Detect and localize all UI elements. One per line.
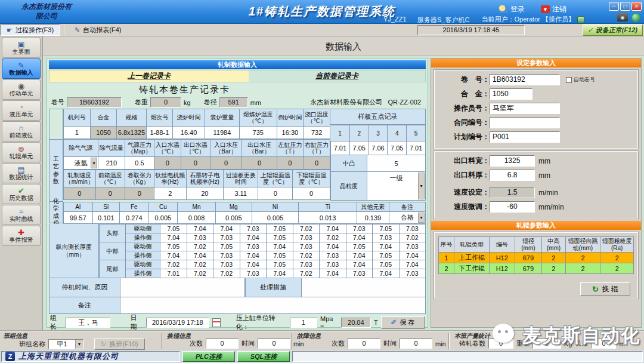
degas-value-cell[interactable]: 210 [98, 157, 125, 170]
thickness-value-cell[interactable]: 7.05 [267, 233, 293, 242]
coil-weight-field[interactable]: 0 [150, 97, 181, 107]
tab-auto-report[interactable]: ✎ 自动报表(F4) [69, 24, 127, 36]
thickness-value-cell[interactable]: 7.04 [240, 251, 267, 260]
thickness-value-cell[interactable]: 7.05 [160, 242, 187, 251]
set-field-input[interactable]: P001 [490, 131, 560, 143]
chem-value-cell[interactable]: 0.139 [357, 212, 389, 224]
thickness-value-cell[interactable]: 7.04 [373, 242, 400, 251]
dropdown-arrow-icon[interactable]: ▾ [418, 173, 425, 199]
device-status-button[interactable]: ✓ 设备正常(F12) [583, 24, 643, 36]
dropdown-arrow-icon[interactable]: ▾ [75, 340, 83, 349]
thickness-value-cell[interactable]: 7.05 [267, 224, 293, 233]
thickness-value-cell[interactable]: 7.05 [267, 260, 293, 269]
degas-value-cell[interactable]: 0 [210, 157, 242, 170]
speed-value-cell[interactable]: 3.11 [224, 187, 258, 200]
coil-no-field[interactable]: 1B603192 [67, 97, 122, 107]
speed-value-cell[interactable]: 20 [186, 187, 224, 200]
thickness-value-cell[interactable]: 7.05 [346, 242, 373, 251]
exit-field-input[interactable]: 1325 [490, 155, 535, 167]
thickness-value-cell[interactable]: 7.02 [160, 260, 187, 269]
globe-icon[interactable] [631, 13, 640, 22]
coil-dia-field[interactable]: 591 [219, 97, 248, 107]
melt-value-cell[interactable]: 16:30 [277, 127, 304, 139]
degas-value-cell[interactable]: 0 [277, 157, 304, 170]
melt-value-cell[interactable]: 735 [239, 127, 277, 139]
save-button[interactable]: ✐ 保 存 [381, 316, 425, 329]
leader-field[interactable]: 王，马 [66, 318, 110, 328]
logout-button[interactable]: ▼ 注销 [541, 4, 566, 14]
thickness-value-cell[interactable]: 7.05 [373, 251, 400, 260]
degas-value-cell[interactable]: 0 [242, 157, 277, 170]
thickness-value-cell[interactable]: 7.04 [399, 260, 426, 269]
chem-value-cell[interactable]: 0.013 [299, 212, 357, 224]
melt-value-cell[interactable]: 11984 [205, 127, 239, 139]
dropdown-arrow-icon[interactable]: ▾ [91, 158, 97, 168]
date-field[interactable]: 2016/03/19 17:18 [146, 318, 209, 328]
thickness-value-cell[interactable]: 7.03 [346, 224, 373, 233]
sidebar-item-realtime-curve[interactable]: ≈实时曲线 [2, 205, 41, 225]
thickness-value-cell[interactable]: 7.03 [213, 233, 240, 242]
sidebar-item-drive-unit[interactable]: ◉传动单元 [2, 79, 41, 100]
thickness-value-cell[interactable]: 7.04 [320, 269, 346, 278]
thickness-value-cell[interactable]: 7.04 [187, 224, 213, 233]
tab-process-operation[interactable]: ☛ 过程操作(F3) [0, 24, 60, 36]
chem-value-cell[interactable]: 合格▾ [389, 212, 426, 224]
thickness-value-cell[interactable]: 7.03 [373, 233, 400, 242]
thickness-value-cell[interactable]: 7.04 [346, 251, 373, 260]
thickness-value-cell[interactable]: 7.03 [213, 251, 240, 260]
thickness-value-cell[interactable]: 7.05 [373, 260, 400, 269]
thickness-value-cell[interactable]: 7.04 [213, 224, 240, 233]
thickness-value-cell[interactable]: 7.03 [293, 233, 320, 242]
thickness-value-cell[interactable]: 7.04 [267, 242, 293, 251]
set-field-input[interactable]: 1050 [490, 88, 532, 100]
thickness-value-cell[interactable]: 7.04 [346, 233, 373, 242]
downtime-field[interactable] [120, 278, 245, 297]
sidebar-item-front-box-level[interactable]: ∩前箱液位 [2, 121, 41, 141]
thickness-value-cell[interactable]: 7.02 [213, 269, 240, 278]
thickness-value-cell[interactable]: 7.04 [160, 233, 187, 242]
melt-value-cell[interactable]: 732 [304, 127, 330, 139]
sample-value-cell[interactable]: 7.05 [349, 141, 369, 155]
speed-value-cell[interactable]: 0 [64, 187, 96, 200]
speed-value-cell[interactable]: 2 [154, 187, 186, 200]
remark-field[interactable] [120, 297, 426, 314]
crown-value[interactable]: 5 [367, 155, 426, 172]
thickness-value-cell[interactable]: 7.03 [240, 242, 267, 251]
melt-value-cell[interactable]: 1-88-1 [146, 127, 173, 139]
calendar-icon[interactable] [212, 318, 221, 327]
melt-value-cell[interactable]: 16.40 [173, 127, 205, 139]
thickness-value-cell[interactable]: 7.04 [320, 224, 346, 233]
tab-previous-coil-card[interactable]: 上一卷记录卡 [49, 70, 249, 82]
minimize-button[interactable]: – [609, 2, 619, 11]
degas-value-cell[interactable]: 0.5 [125, 157, 154, 170]
thickness-value-cell[interactable]: 7.03 [346, 269, 373, 278]
thickness-value-cell[interactable]: 7.03 [320, 260, 346, 269]
melt-value-cell[interactable]: 1050 [90, 127, 117, 139]
thickness-value-cell[interactable]: 7.03 [399, 269, 426, 278]
chem-value-cell[interactable]: 0.008 [178, 212, 216, 224]
shift-combo[interactable]: 甲1 ▾ [48, 339, 83, 349]
thickness-value-cell[interactable]: 7.02 [187, 269, 213, 278]
roll-table-row[interactable]: 2下工作辊H12679222 [439, 263, 634, 274]
thickness-value-cell[interactable]: 7.05 [373, 224, 400, 233]
roll-table-row[interactable]: 1上工作辊H12679222 [439, 253, 634, 263]
sidebar-item-main[interactable]: ▣主界面 [2, 38, 41, 58]
thickness-value-cell[interactable]: 7.03 [213, 260, 240, 269]
set-field-input[interactable]: 1B603192 [490, 74, 560, 85]
sample-value-cell[interactable]: 7.01 [331, 141, 350, 155]
sample-value-cell[interactable]: 7.01 [407, 141, 426, 155]
thickness-value-cell[interactable]: 7.03 [293, 260, 320, 269]
thickness-value-cell[interactable]: 7.02 [293, 251, 320, 260]
thickness-value-cell[interactable]: 7.01 [160, 269, 187, 278]
measures-field[interactable] [302, 278, 426, 297]
melt-value-cell[interactable]: 6.8x1325 [117, 127, 146, 139]
thickness-value-cell[interactable]: 7.04 [240, 260, 267, 269]
sidebar-item-roll-unit[interactable]: ⊚轧辊单元 [2, 142, 41, 162]
chem-value-cell[interactable]: 99.57 [64, 212, 93, 224]
sidebar-item-data-statistics[interactable]: ▤数据统计 [2, 163, 41, 183]
thickness-value-cell[interactable]: 7.04 [346, 260, 373, 269]
thickness-value-cell[interactable]: 7.03 [187, 233, 213, 242]
sidebar-item-event-alarm[interactable]: ✚事件报警 [2, 226, 41, 246]
degas-value-cell[interactable]: 液氩▾ [64, 157, 98, 170]
sidebar-item-hydraulic-unit[interactable]: ◔液压单元 [2, 100, 41, 121]
